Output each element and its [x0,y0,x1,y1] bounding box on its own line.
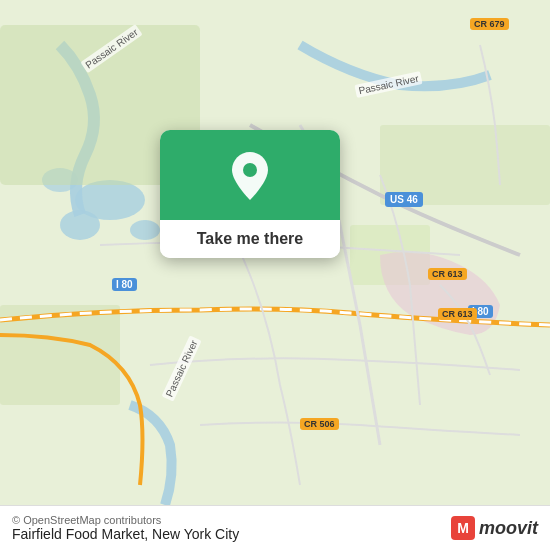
location-pin-icon [228,150,272,202]
moovit-icon: M [451,516,475,540]
moovit-text: moovit [479,518,538,539]
take-me-there-card[interactable]: Take me there [160,130,340,258]
bottom-bar: © OpenStreetMap contributors Fairfield F… [0,505,550,550]
location-text: Fairfield Food Market, New York City [12,526,239,542]
attribution-text: © OpenStreetMap contributors [12,514,239,526]
moovit-logo: M moovit [451,516,538,540]
bottom-bar-left: © OpenStreetMap contributors Fairfield F… [12,514,239,542]
svg-text:M: M [457,520,469,536]
us46-badge: US 46 [385,192,423,207]
card-top [160,130,340,220]
svg-point-9 [243,163,257,177]
take-me-there-label: Take me there [197,230,303,247]
svg-point-3 [130,220,160,240]
card-bottom: Take me there [160,220,340,258]
map-container: Passaic River Passaic River Passaic Rive… [0,0,550,550]
